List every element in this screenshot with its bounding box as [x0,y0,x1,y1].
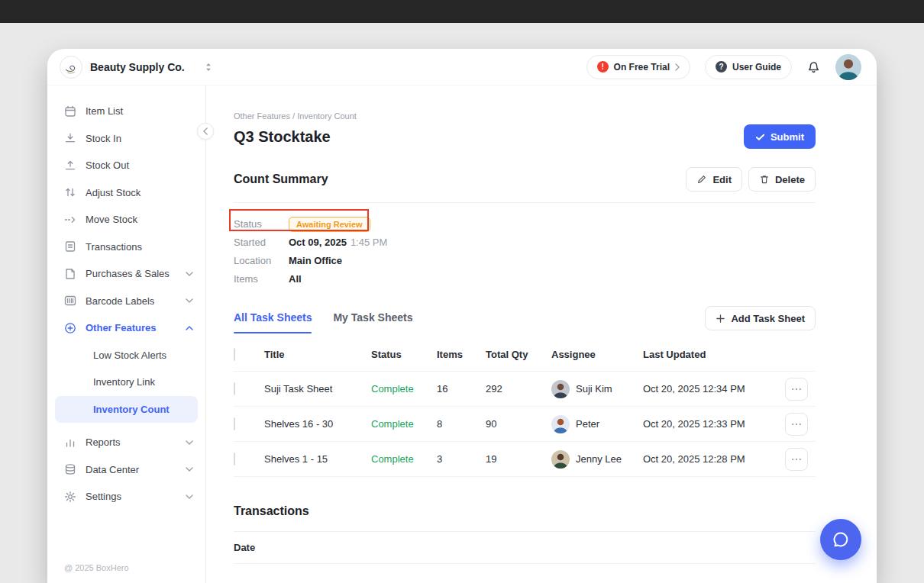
notifications-bell-icon[interactable] [806,60,821,74]
sidebar-item-adjust-stock[interactable]: Adjust Stock [47,179,205,207]
desktop-top-band [0,0,924,23]
edit-button[interactable]: Edit [686,167,742,192]
submit-button[interactable]: Submit [744,124,816,149]
row-checkbox[interactable] [234,382,235,395]
delete-label: Delete [775,174,805,185]
status-badge: Awaiting Review [289,217,370,232]
sidebar-item-settings[interactable]: Settings [47,483,205,511]
chevron-up-icon [186,326,193,330]
cell-total-qty: 19 [486,453,551,465]
row-menu-button[interactable] [785,378,808,401]
purchases-sales-icon [64,268,76,280]
sidebar-item-other-features[interactable]: Other Features [47,314,205,342]
sidebar-item-stock-out[interactable]: Stock Out [47,152,205,179]
other-features-icon [64,322,76,334]
company-name[interactable]: Beauty Supply Co. [90,61,185,73]
move-stock-icon [64,214,76,226]
app-window: Beauty Supply Co. ! On Free Trial ? User… [47,49,877,583]
add-task-sheet-button[interactable]: Add Task Sheet [705,306,816,330]
table-row[interactable]: Suji Task Sheet Complete 16 292 Suji Kim… [234,372,816,407]
cell-status: Complete [371,383,437,395]
cell-items: 8 [437,418,486,430]
sidebar-collapse-button[interactable] [197,123,214,140]
sidebar-item-barcode-labels[interactable]: Barcode Labels [47,288,205,315]
workspace-switch-icon[interactable] [205,62,212,72]
sidebar-item-low-stock-alerts[interactable]: Low Stock Alerts [47,342,205,369]
items-value: All [289,273,302,285]
assignee-avatar [551,450,570,469]
sidebar-item-label: Low Stock Alerts [93,349,166,361]
free-trial-button[interactable]: ! On Free Trial [586,55,690,79]
check-icon [755,132,765,142]
assignee-avatar [551,415,570,433]
sidebar-item-inventory-count[interactable]: Inventory Count [55,396,198,424]
assignee-avatar [551,380,570,398]
column-header-title: Title [264,349,371,360]
chevron-down-icon [186,494,193,499]
sidebar-item-inventory-link[interactable]: Inventory Link [47,369,205,396]
cell-total-qty: 90 [486,418,551,430]
column-header-total-qty: Total Qty [486,349,551,360]
user-guide-button[interactable]: ? User Guide [705,55,792,79]
count-summary-title: Count Summary [234,172,328,186]
row-checkbox[interactable] [234,417,235,430]
table-row[interactable]: Shelves 1 - 15 Complete 3 19 Jenny Lee O… [234,442,816,477]
row-menu-button[interactable] [785,413,808,436]
row-checkbox[interactable] [234,453,235,465]
cell-items: 3 [437,453,486,465]
chevron-down-icon [186,272,193,276]
submit-label: Submit [771,131,804,143]
location-value: Main Office [289,255,342,266]
app-header: Beauty Supply Co. ! On Free Trial ? User… [47,49,877,85]
sidebar-item-label: Barcode Labels [86,295,154,307]
location-label: Location [234,255,289,266]
copyright-text: @ 2025 BoxHero [47,563,205,583]
chat-support-button[interactable] [820,519,861,560]
sidebar-item-label: Settings [86,491,121,502]
chevron-down-icon [186,467,193,472]
sidebar-item-item-list[interactable]: Item List [47,98,205,125]
chevron-down-icon [186,440,193,445]
row-menu-button[interactable] [785,448,808,471]
sidebar-item-data-center[interactable]: Data Center [47,456,205,484]
stock-in-icon [64,132,76,144]
delete-button[interactable]: Delete [748,167,816,192]
add-task-sheet-label: Add Task Sheet [731,313,805,324]
ellipsis-icon [791,423,802,426]
plus-icon [716,314,725,324]
cell-total-qty: 292 [486,383,551,395]
sidebar-item-stock-in[interactable]: Stock In [47,125,205,153]
ellipsis-icon [791,388,802,391]
select-all-checkbox[interactable] [234,348,235,361]
pencil-icon [696,174,707,185]
sidebar-item-label: Item List [86,105,123,117]
tab-all-task-sheets[interactable]: All Task Sheets [234,311,312,325]
sidebar-item-label: Purchases & Sales [86,268,170,279]
cell-items: 16 [437,383,486,395]
sidebar: Item List Stock In Stock Out Adjust Stoc… [47,85,206,583]
sidebar-item-label: Inventory Count [93,404,170,415]
ellipsis-icon [791,458,802,461]
assignee-name: Peter [576,418,599,430]
sidebar-item-label: Data Center [86,464,139,475]
table-row[interactable]: Shelves 16 - 30 Complete 8 90 Peter Oct … [234,407,816,442]
page-title: Q3 Stocktake [234,128,331,146]
sidebar-item-reports[interactable]: Reports [47,429,205,456]
sidebar-item-move-stock[interactable]: Move Stock [47,206,205,234]
cell-title: Suji Task Sheet [264,383,371,395]
user-avatar[interactable] [835,54,861,80]
trash-icon [759,174,770,185]
cell-title: Shelves 16 - 30 [264,418,371,430]
sidebar-item-label: Move Stock [86,214,137,225]
cell-last-updated: Oct 20, 2025 12:34 PM [643,383,785,395]
status-label: Status [234,218,289,230]
cell-status: Complete [371,418,437,430]
sidebar-item-label: Inventory Link [93,376,155,388]
transactions-date-header: Date [234,532,816,564]
sidebar-item-purchases-sales[interactable]: Purchases & Sales [47,260,205,288]
header-actions: ! On Free Trial ? User Guide [586,54,861,80]
tab-my-task-sheets[interactable]: My Task Sheets [333,311,412,325]
sidebar-item-label: Transactions [86,241,142,253]
sidebar-item-transactions[interactable]: Transactions [47,234,205,261]
sidebar-item-label: Adjust Stock [86,187,141,198]
